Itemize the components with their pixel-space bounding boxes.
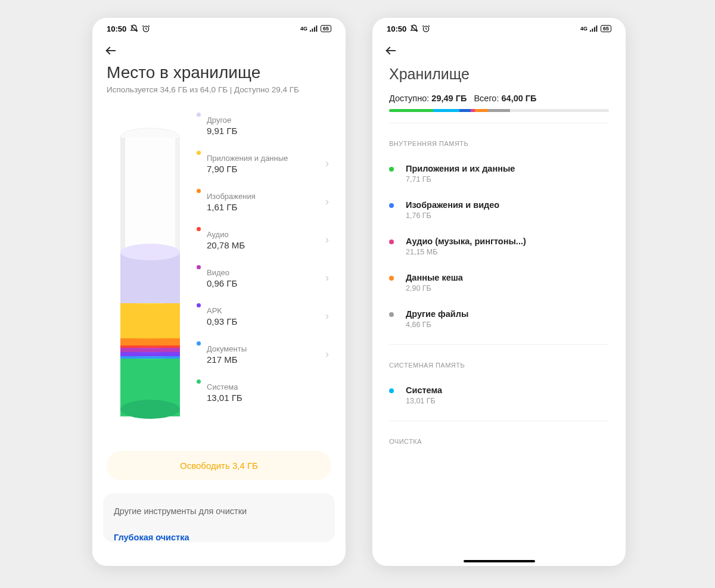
status-time: 10:50 [387,24,406,33]
alarm-icon [142,24,150,33]
phone-storage-overview: 10:50 4G 65 Хранилище Доступно: 29,49 ГБ… [372,18,626,566]
item-value: 2,90 ГБ [406,284,463,293]
svg-rect-2 [310,30,311,32]
back-button[interactable] [384,49,397,59]
section-internal: ВНУТРЕННЯЯ ПАМЯТЬ [372,123,626,155]
legend-value: 217 МБ [207,354,325,365]
item-label: Аудио (музыка, рингтоны...) [406,237,526,246]
legend-item-1[interactable]: Приложения и данные7,90 ГБ› [197,145,331,183]
legend-value: 0,93 ГБ [207,316,325,326]
home-indicator[interactable] [464,560,535,562]
storage-item[interactable]: Изображения и видео1,76 ГБ [372,192,626,228]
storage-summary: Доступно: 29,49 ГБ Всего: 64,00 ГБ [372,94,626,109]
section-system: СИСТЕМНАЯ ПАМЯТЬ [372,345,626,377]
chevron-right-icon: › [325,195,331,208]
legend-dot-icon [197,189,201,193]
svg-rect-5 [316,26,317,32]
item-value: 1,76 ГБ [406,211,499,220]
chevron-right-icon: › [325,348,331,360]
status-bar: 10:50 4G 65 [372,18,626,39]
page-title: Хранилище [372,62,626,94]
item-label: Изображения и видео [406,200,499,210]
legend-label: Документы [207,344,325,354]
legend-item-7: Система13,01 ГБ [197,374,331,412]
svg-rect-3 [312,29,313,32]
chevron-right-icon: › [325,234,331,246]
legend-label: Приложения и данные [207,154,325,163]
legend-item-4[interactable]: Видео0,96 ГБ› [197,259,331,297]
category-dot-icon [389,239,394,244]
legend-value: 9,91 ГБ [207,126,331,136]
legend-label: Изображения [207,192,325,201]
category-dot-icon [389,276,394,281]
legend-item-6[interactable]: Документы217 МБ› [197,335,331,374]
signal-icon [310,25,318,32]
legend-dot-icon [197,341,201,346]
legend-label: APK [207,306,325,316]
legend-value: 1,61 ГБ [207,202,325,212]
item-value: 13,01 ГБ [406,397,442,405]
legend-item-2[interactable]: Изображения1,61 ГБ› [197,183,331,221]
legend-item-0: Другое9,91 ГБ [197,107,331,145]
back-button[interactable] [104,49,117,59]
legend-value: 20,78 МБ [207,240,325,250]
status-time: 10:50 [107,24,126,33]
storage-legend: Другое9,91 ГБПриложения и данные7,90 ГБ›… [193,107,331,440]
legend-value: 13,01 ГБ [207,393,331,403]
legend-dot-icon [197,113,201,117]
legend-label: Другое [207,116,331,125]
legend-value: 0,96 ГБ [207,278,325,288]
svg-rect-10 [175,138,180,256]
phone-storage-detail: 10:50 4G 65 Место в хранилище Использует… [92,18,346,566]
network-icon: 4G [580,26,587,32]
deep-clean-link[interactable]: Глубокая очистка [114,533,324,542]
legend-label: Аудио [207,230,325,239]
legend-label: Система [207,382,331,392]
battery-icon: 65 [601,25,611,32]
signal-icon [590,25,598,32]
free-space-button[interactable]: Освободить 3,4 ГБ [107,451,331,480]
category-dot-icon [389,203,394,208]
item-value: 7,71 ГБ [406,175,515,183]
legend-item-5[interactable]: APK0,93 ГБ› [197,297,331,335]
bar-segment [488,109,510,112]
alarm-icon [422,24,430,33]
svg-rect-32 [594,27,595,32]
svg-rect-4 [314,27,315,32]
status-bar: 10:50 4G 65 [92,18,346,39]
category-dot-icon [389,167,394,172]
svg-rect-31 [592,29,593,32]
storage-subtitle: Используется 34,6 ГБ из 64,0 ГБ | Доступ… [92,85,346,107]
page-title: Место в хранилище [92,62,346,85]
legend-dot-icon [197,379,201,384]
chevron-right-icon: › [325,157,331,170]
storage-item[interactable]: Приложения и их данные7,71 ГБ [372,155,626,192]
bar-segment [389,109,433,112]
storage-bar [389,109,609,112]
legend-value: 7,90 ГБ [207,164,325,174]
item-value: 21,15 МБ [406,248,526,256]
network-icon: 4G [300,26,307,32]
item-label: Система [406,385,442,395]
other-tools-title: Другие инструменты для очистки [114,506,324,516]
storage-item: Система13,01 ГБ [372,377,626,413]
storage-item[interactable]: Данные кеша2,90 ГБ [372,265,626,301]
svg-point-27 [120,400,180,419]
bar-segment [471,109,475,112]
section-clean: ОЧИСТКА [372,421,626,453]
storage-item[interactable]: Другие файлы4,66 ГБ [372,301,626,337]
legend-label: Видео [207,268,325,278]
category-dot-icon [389,388,394,393]
svg-rect-30 [590,30,591,32]
svg-rect-9 [120,138,125,256]
chevron-right-icon: › [325,310,331,322]
item-label: Другие файлы [406,309,468,319]
item-label: Данные кеша [406,273,463,282]
legend-item-3[interactable]: Аудио20,78 МБ› [197,221,331,259]
legend-dot-icon [197,227,201,231]
item-value: 4,66 ГБ [406,321,468,329]
storage-item[interactable]: Аудио (музыка, рингтоны...)21,15 МБ [372,228,626,265]
bar-segment [459,109,470,112]
bar-segment [433,109,459,112]
legend-dot-icon [197,265,201,269]
